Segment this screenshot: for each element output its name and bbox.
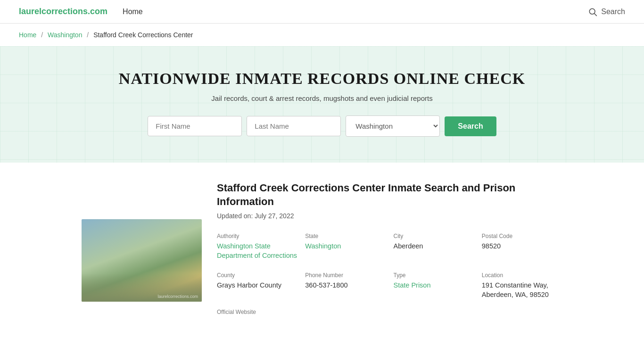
info-postal: Postal Code 98520 xyxy=(482,233,562,261)
county-value: Grays Harbor County xyxy=(217,280,297,290)
content-area: Stafford Creek Corrections Center Inmate… xyxy=(63,163,581,334)
info-location: Location 191 Constantine Way, Aberdeen, … xyxy=(482,272,562,300)
search-button[interactable]: Search xyxy=(445,116,496,136)
state-value[interactable]: Washington xyxy=(305,241,386,251)
postal-label: Postal Code xyxy=(482,233,562,239)
svg-line-1 xyxy=(594,13,597,16)
location-value: 191 Constantine Way, Aberdeen, WA, 98520 xyxy=(482,280,562,300)
state-label: State xyxy=(305,233,386,239)
header: laurelcorrections.com Home Search xyxy=(0,0,644,24)
breadcrumb-home[interactable]: Home xyxy=(19,31,36,39)
header-left: laurelcorrections.com Home xyxy=(19,7,143,16)
hero-title: NATIONWIDE INMATE RECORDS ONLINE CHECK xyxy=(19,70,625,88)
postal-value: 98520 xyxy=(482,241,562,251)
facility-image-area xyxy=(82,219,202,315)
authority-value[interactable]: Washington State Department of Correctio… xyxy=(217,241,297,261)
info-type: Type State Prison xyxy=(394,272,474,300)
info-grid: Authority Washington State Department of… xyxy=(217,233,562,299)
updated-date: Updated on: July 27, 2022 xyxy=(217,212,562,220)
phone-label: Phone Number xyxy=(305,272,386,279)
header-search-button[interactable]: Search xyxy=(588,7,625,16)
breadcrumb-state[interactable]: Washington xyxy=(48,31,82,39)
breadcrumb-facility: Stafford Creek Corrections Center xyxy=(93,31,193,39)
search-icon xyxy=(588,7,597,16)
info-state: State Washington xyxy=(305,233,386,261)
breadcrumb-sep-2: / xyxy=(87,31,89,39)
nav-home-link[interactable]: Home xyxy=(123,8,143,16)
type-value[interactable]: State Prison xyxy=(394,280,474,290)
site-brand[interactable]: laurelcorrections.com xyxy=(19,7,107,16)
type-label: Type xyxy=(394,272,474,279)
inmate-search-form: AlabamaAlaskaArizonaArkansasCaliforniaCo… xyxy=(19,115,625,137)
facility-photo xyxy=(82,219,202,302)
phone-value: 360-537-1800 xyxy=(305,280,386,290)
city-label: City xyxy=(394,233,474,239)
hero-section: NATIONWIDE INMATE RECORDS ONLINE CHECK J… xyxy=(0,46,644,163)
last-name-input[interactable] xyxy=(247,116,341,136)
location-label: Location xyxy=(482,272,562,279)
info-county: County Grays Harbor County xyxy=(217,272,297,300)
first-name-input[interactable] xyxy=(148,116,242,136)
breadcrumb: Home / Washington / Stafford Creek Corre… xyxy=(0,24,644,46)
info-authority: Authority Washington State Department of… xyxy=(217,233,297,261)
state-select[interactable]: AlabamaAlaskaArizonaArkansasCaliforniaCo… xyxy=(346,115,440,137)
official-website-label: Official Website xyxy=(217,309,562,315)
facility-title: Stafford Creek Corrections Center Inmate… xyxy=(217,181,562,208)
hero-subtitle: Jail records, court & arrest records, mu… xyxy=(19,94,625,102)
header-search-label: Search xyxy=(601,8,625,16)
facility-info: Stafford Creek Corrections Center Inmate… xyxy=(217,181,562,315)
info-city: City Aberdeen xyxy=(394,233,474,261)
authority-label: Authority xyxy=(217,233,297,239)
breadcrumb-sep-1: / xyxy=(41,31,43,39)
county-label: County xyxy=(217,272,297,279)
city-value: Aberdeen xyxy=(394,241,474,251)
info-phone: Phone Number 360-537-1800 xyxy=(305,272,386,300)
